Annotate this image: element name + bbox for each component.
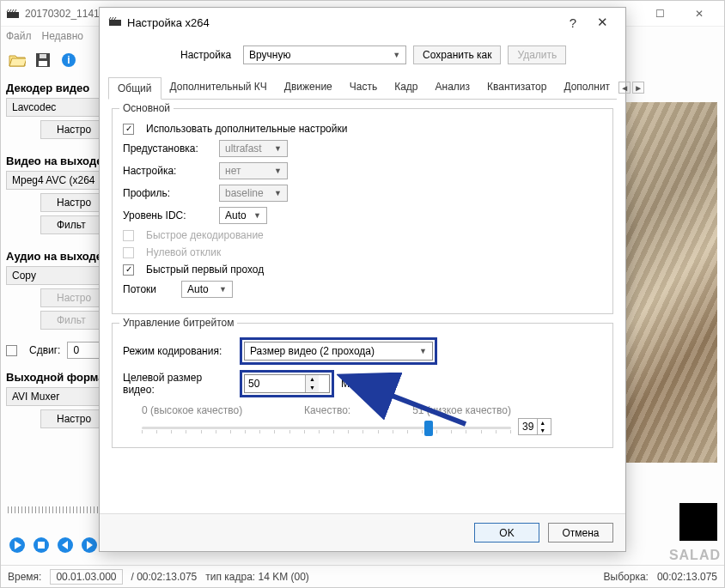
tab-additional[interactable]: Дополнит (555, 76, 618, 99)
group-main-legend: Основной (119, 102, 174, 114)
cancel-button[interactable]: Отмена (548, 523, 613, 543)
menu-recent[interactable]: Недавно (42, 30, 83, 42)
dialog-footer: OK Отмена (100, 513, 625, 551)
muxer-settings-button[interactable]: Настро (40, 409, 107, 428)
profile-lbl: Профиль: (123, 187, 212, 199)
save-as-button[interactable]: Сохранить как (413, 45, 501, 64)
tab-part[interactable]: Часть (341, 76, 386, 99)
encoding-mode-label: Режим кодирования: (123, 345, 233, 357)
fast-decode-checkbox (123, 230, 134, 241)
tab-motion[interactable]: Движение (276, 76, 341, 99)
audio-filters-button[interactable]: Фильт (40, 311, 102, 330)
spin-up-icon[interactable]: ▲ (306, 375, 319, 384)
q-spin-up-icon[interactable]: ▲ (538, 419, 547, 427)
use-extra-checkbox[interactable] (123, 124, 134, 135)
delete-button[interactable]: Удалить (508, 45, 566, 64)
play-icon[interactable] (8, 536, 27, 555)
tab-analysis[interactable]: Анализ (427, 76, 479, 99)
idc-dropdown[interactable]: Auto▼ (219, 207, 267, 224)
stop-icon[interactable] (32, 536, 51, 555)
time-label: Время: (8, 571, 41, 583)
quality-low-label: 0 (высокое качество) (142, 404, 242, 416)
target-size-highlight: ▲▼ (240, 370, 334, 397)
video-filters-button[interactable]: Фильт (40, 215, 102, 234)
spin-down-icon[interactable]: ▼ (306, 384, 319, 392)
threads-label: Потоки (123, 283, 174, 295)
target-size-unit: Мб (341, 378, 356, 390)
next-icon[interactable] (80, 536, 99, 555)
target-size-spinner[interactable]: ▲▼ (244, 374, 330, 393)
preset-select[interactable]: Вручную▼ (243, 45, 406, 64)
prev-icon[interactable] (56, 536, 75, 555)
selection-label: Выборка: (604, 571, 649, 583)
statusbar: Время: 00.01.03.000 / 00:02:13.075 тип к… (1, 565, 724, 587)
dialog-titlebar: Настройка x264 ? ✕ (100, 8, 625, 37)
q-spin-down-icon[interactable]: ▼ (538, 427, 547, 434)
tab-scroll-right-icon[interactable]: ► (632, 82, 644, 94)
profile-dropdown[interactable]: baseline▼ (219, 185, 288, 202)
open-icon[interactable] (8, 51, 27, 70)
shift-value[interactable]: 0 (67, 342, 101, 359)
tabs: Общий Дополнительный КЧ Движение Часть К… (108, 76, 617, 100)
shift-checkbox[interactable] (6, 345, 17, 356)
fast-first-pass-checkbox[interactable] (123, 264, 134, 276)
shift-label: Сдвиг: (29, 344, 60, 356)
threads-dropdown[interactable]: Auto▼ (181, 281, 233, 298)
tune-dropdown[interactable]: нет▼ (219, 162, 288, 179)
group-main: Основной Использовать дополнительные нас… (112, 108, 613, 314)
quality-high-label: 51 (низкое качество) (412, 404, 511, 416)
quality-slider-wrap: 0 (высокое качество) Качество: 51 (низко… (142, 404, 602, 437)
quality-mid-label: Качество: (304, 404, 350, 416)
tab-scroll-left-icon[interactable]: ◄ (618, 82, 631, 94)
save-icon[interactable] (34, 51, 52, 70)
dialog-close-icon[interactable]: ✕ (588, 15, 617, 30)
svg-rect-7 (39, 61, 47, 66)
target-size-input[interactable] (245, 378, 305, 390)
tab-additional-kf[interactable]: Дополнительный КЧ (161, 76, 276, 99)
play-controls (8, 536, 99, 555)
preset-dropdown[interactable]: ultrafast▼ (219, 140, 288, 157)
group-bitrate-legend: Управление битрейтом (119, 317, 237, 329)
zero-latency-checkbox (123, 247, 134, 258)
idc-lbl: Уровень IDC: (123, 209, 212, 221)
slider-thumb[interactable] (424, 421, 433, 436)
audio-settings-button[interactable]: Настро (40, 288, 107, 307)
ok-button[interactable]: OK (474, 523, 539, 543)
close-button[interactable]: ✕ (679, 1, 719, 27)
target-size-label: Целевой размер видео: (123, 372, 233, 396)
chevron-down-icon: ▼ (393, 51, 400, 59)
tab-quantizer[interactable]: Квантизатор (478, 76, 555, 99)
maximize-button[interactable]: ☐ (640, 1, 679, 27)
x264-config-dialog: Настройка x264 ? ✕ Настройка Вручную▼ Со… (99, 7, 626, 552)
quality-slider[interactable] (142, 418, 511, 437)
svg-text:i: i (67, 54, 70, 66)
encoding-mode-select[interactable]: Размер видео (2 прохода)▼ (244, 342, 433, 361)
tab-general[interactable]: Общий (108, 77, 161, 100)
menu-file[interactable]: Файл (6, 30, 32, 42)
info-icon[interactable]: i (59, 51, 78, 70)
encoding-mode-highlight: Размер видео (2 прохода)▼ (240, 337, 437, 365)
dialog-title: Настройка x264 (127, 16, 558, 29)
preview-black (679, 503, 717, 541)
tune-lbl: Настройка: (123, 165, 212, 177)
watermark: SALAD (669, 548, 721, 563)
group-bitrate: Управление битрейтом Режим кодирования: … (112, 323, 613, 448)
video-preview (626, 102, 717, 463)
selection-value: 00:02:13.075 (657, 571, 717, 583)
dialog-app-icon (108, 15, 122, 31)
svg-rect-13 (38, 542, 45, 549)
frame-type: тип кадра: 14 KM (00) (205, 571, 309, 583)
help-icon[interactable]: ? (558, 15, 588, 30)
app-icon (6, 7, 20, 21)
time-value: 00.01.03.000 (50, 569, 122, 585)
use-extra-label: Использовать дополнительные настройки (146, 123, 347, 135)
quality-value-spinner[interactable]: 39 ▲▼ (518, 418, 551, 435)
duration: / 00:02:13.075 (131, 571, 198, 583)
decoder-settings-button[interactable]: Настро (40, 120, 107, 139)
video-settings-button[interactable]: Настро (40, 193, 107, 212)
tab-general-body: Основной Использовать дополнительные нас… (100, 100, 625, 465)
tab-frame[interactable]: Кадр (386, 76, 426, 99)
preset-row: Настройка Вручную▼ Сохранить как Удалить (100, 37, 625, 76)
preset-lbl: Предустановка: (123, 142, 212, 155)
fast-decode-label: Быстрое декодирование (146, 229, 264, 241)
